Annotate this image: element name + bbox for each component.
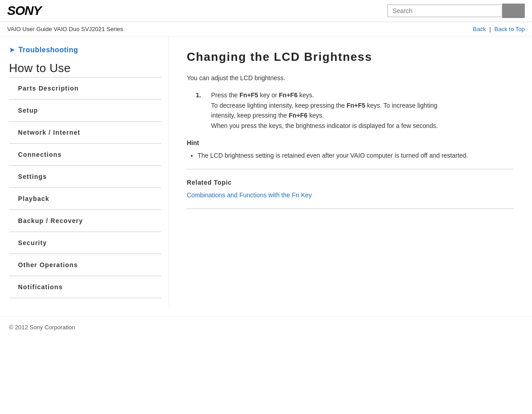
hint-section: Hint The LCD brightness setting is retai… — [187, 138, 514, 161]
key-fn-f6-2: Fn+F6 — [289, 112, 308, 119]
sidebar-item-notifications[interactable]: Notifications — [9, 276, 161, 298]
sidebar-item-other-operations[interactable]: Other Operations — [9, 254, 161, 276]
guide-title: VAIO User Guide VAIO Duo SVJ2021 Series — [7, 26, 123, 32]
sidebar-divider — [9, 298, 161, 298]
hint-item: The LCD brightness setting is retained e… — [198, 150, 514, 160]
sony-logo: SONY — [7, 4, 41, 18]
sidebar-item-network-internet[interactable]: Network / Internet — [9, 122, 161, 143]
key-fn-f5: Fn+F5 — [239, 91, 258, 99]
page-title: Changing the LCD Brightness — [187, 50, 514, 64]
hint-list: The LCD brightness setting is retained e… — [187, 150, 514, 160]
how-to-use-header: How to Use — [9, 61, 161, 75]
sidebar-item-connections[interactable]: Connections — [9, 144, 161, 165]
sidebar-item-settings[interactable]: Settings — [9, 166, 161, 187]
sidebar-item-parts-description[interactable]: Parts Description — [9, 77, 161, 99]
separator: | — [489, 26, 491, 32]
content-divider — [187, 169, 514, 169]
content-area: Changing the LCD Brightness You can adju… — [169, 36, 532, 307]
search-button[interactable] — [502, 4, 525, 18]
troubleshooting-label: Troubleshooting — [18, 46, 78, 54]
header: SONY — [0, 0, 532, 22]
logo-area: SONY — [7, 4, 41, 18]
step-item: 1. Press the Fn+F5 key or Fn+F6 keys. To… — [196, 90, 514, 131]
related-topic-label: Related Topic — [187, 177, 514, 187]
troubleshooting-section: ➤ Troubleshooting — [9, 45, 161, 54]
sidebar-item-playback[interactable]: Playback — [9, 188, 161, 209]
sidebar-item-security[interactable]: Security — [9, 232, 161, 254]
copyright-text: © 2012 Sony Corporation — [9, 324, 75, 331]
step-list: 1. Press the Fn+F5 key or Fn+F6 keys. To… — [196, 90, 514, 131]
step-content: Press the Fn+F5 key or Fn+F6 keys. To de… — [211, 90, 514, 131]
troubleshooting-header[interactable]: ➤ Troubleshooting — [9, 45, 161, 54]
intro-text: You can adjust the LCD brightness. — [187, 73, 514, 83]
hint-label: Hint — [187, 138, 514, 148]
search-input[interactable] — [388, 5, 502, 17]
how-to-use-section: How to Use — [9, 61, 161, 75]
content-body: You can adjust the LCD brightness. 1. Pr… — [187, 73, 514, 209]
step-number: 1. — [196, 90, 209, 131]
content-divider-bottom — [187, 209, 514, 209]
back-to-top-link[interactable]: Back to Top — [494, 26, 525, 32]
footer: © 2012 Sony Corporation — [0, 316, 532, 338]
key-fn-f6: Fn+F6 — [279, 91, 298, 99]
chevron-right-icon: ➤ — [9, 45, 15, 54]
breadcrumb-bar: VAIO User Guide VAIO Duo SVJ2021 Series … — [0, 22, 532, 36]
sidebar-item-backup-recovery[interactable]: Backup / Recovery — [9, 210, 161, 232]
back-links: Back | Back to Top — [473, 26, 525, 32]
back-link[interactable]: Back — [473, 26, 486, 32]
sidebar-item-setup[interactable]: Setup — [9, 100, 161, 121]
related-topic-link[interactable]: Combinations and Functions with the Fn K… — [187, 191, 312, 199]
sidebar: ➤ Troubleshooting How to Use Parts Descr… — [0, 36, 169, 307]
main: ➤ Troubleshooting How to Use Parts Descr… — [0, 36, 532, 307]
key-fn-f5-2: Fn+F5 — [347, 102, 365, 109]
search-area — [388, 4, 525, 18]
